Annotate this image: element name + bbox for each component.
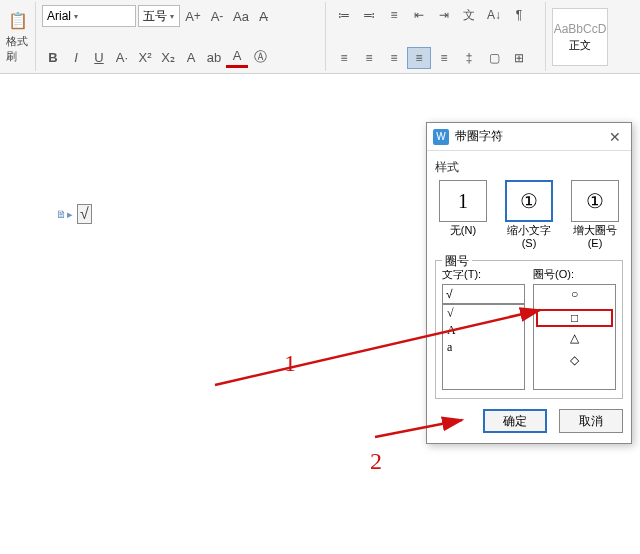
list-item[interactable]: a <box>443 339 524 356</box>
shape-triangle[interactable]: △ <box>534 331 615 349</box>
style-enlarge-label: 增大圈号(E) <box>567 224 623 250</box>
close-icon[interactable]: ✕ <box>605 129 625 145</box>
style-enlarge-preview: ① <box>571 180 619 222</box>
shading-icon[interactable]: ▢ <box>482 47 506 69</box>
chevron-down-icon: ▾ <box>170 12 174 21</box>
multilevel-icon[interactable]: ≡ <box>382 4 406 26</box>
decrease-indent-icon[interactable]: ⇤ <box>407 4 431 26</box>
align-center-icon[interactable]: ≡ <box>357 47 381 69</box>
font-name-select[interactable]: Arial▾ <box>42 5 136 27</box>
circle-section: 圈号 文字(T): √ A a 圈号(O): ○ □ △ <box>435 260 623 399</box>
text-effects-icon[interactable]: A <box>180 46 202 68</box>
strike-button[interactable]: A· <box>111 46 133 68</box>
format-painter-label: 格式刷 <box>6 34 29 64</box>
app-icon: W <box>433 129 449 145</box>
show-marks-icon[interactable]: ¶ <box>507 4 531 26</box>
numbering-icon[interactable]: ≕ <box>357 4 381 26</box>
circle-listbox[interactable]: ○ □ △ ◇ <box>533 284 616 390</box>
text-direction-icon[interactable]: 文 <box>457 4 481 26</box>
superscript-icon[interactable]: X² <box>134 46 156 68</box>
grow-font-icon[interactable]: A+ <box>182 5 204 27</box>
style-none-preview: 1 <box>439 180 487 222</box>
align-left-icon[interactable]: ≡ <box>332 47 356 69</box>
style-section-label: 样式 <box>435 159 623 176</box>
subscript-icon[interactable]: X₂ <box>157 46 179 68</box>
chevron-down-icon: ▾ <box>74 12 78 21</box>
inserted-character: √ <box>77 204 92 224</box>
dialog-titlebar[interactable]: W 带圈字符 ✕ <box>427 123 631 151</box>
text-listbox[interactable]: √ A a <box>442 304 525 390</box>
change-case-icon[interactable]: Aa <box>230 5 252 27</box>
italic-button[interactable]: I <box>65 46 87 68</box>
shape-circle[interactable]: ○ <box>534 287 615 305</box>
shape-square[interactable]: □ <box>536 309 613 327</box>
list-item[interactable]: A <box>443 322 524 339</box>
format-painter-icon: 📋 <box>8 10 28 32</box>
clear-format-icon[interactable]: A̶ <box>254 5 272 27</box>
shape-diamond[interactable]: ◇ <box>534 353 615 371</box>
ok-button[interactable]: 确定 <box>483 409 547 433</box>
enclose-dialog: W 带圈字符 ✕ 样式 1 无(N) ① 缩小文字(S) ① 增大圈号(E) 圈… <box>426 122 632 444</box>
borders-icon[interactable]: ⊞ <box>507 47 531 69</box>
bold-button[interactable]: B <box>42 46 64 68</box>
style-shrink[interactable]: ① 缩小文字(S) <box>501 180 557 250</box>
styles-group: AaBbCcD 正文 <box>546 2 614 71</box>
shrink-font-icon[interactable]: A- <box>206 5 228 27</box>
font-color-icon[interactable]: A <box>226 46 248 68</box>
style-sample-text: AaBbCcD <box>554 22 607 36</box>
style-shrink-preview: ① <box>505 180 553 222</box>
paragraph-group: ≔ ≕ ≡ ⇤ ⇥ 文 A↓ ¶ ≡ ≡ ≡ ≡ ≡ ‡ ▢ ⊞ <box>326 2 546 71</box>
format-painter-group[interactable]: 📋 格式刷 <box>0 2 36 71</box>
style-enlarge[interactable]: ① 增大圈号(E) <box>567 180 623 250</box>
underline-button[interactable]: U <box>88 46 110 68</box>
bullets-icon[interactable]: ≔ <box>332 4 356 26</box>
enclose-char-icon[interactable]: Ⓐ <box>249 46 271 68</box>
style-none-label: 无(N) <box>450 224 476 237</box>
dialog-title: 带圈字符 <box>455 128 605 145</box>
annotation-number-1: 1 <box>284 350 296 377</box>
text-input[interactable] <box>442 284 525 304</box>
style-none[interactable]: 1 无(N) <box>435 180 491 250</box>
circle-section-label: 圈号 <box>442 253 472 270</box>
sort-icon[interactable]: A↓ <box>482 4 506 26</box>
style-shrink-label: 缩小文字(S) <box>501 224 557 250</box>
style-label: 正文 <box>569 38 591 53</box>
font-size-select[interactable]: 五号▾ <box>138 5 180 27</box>
align-justify-icon[interactable]: ≡ <box>407 47 431 69</box>
highlight-icon[interactable]: ab <box>203 46 225 68</box>
page-break-icon: 🗎▸ <box>56 208 73 221</box>
annotation-number-2: 2 <box>370 448 382 475</box>
document-cursor: 🗎▸ √ <box>56 204 92 224</box>
increase-indent-icon[interactable]: ⇥ <box>432 4 456 26</box>
ribbon-toolbar: 📋 格式刷 Arial▾ 五号▾ A+ A- Aa A̶ B I U A· X²… <box>0 0 640 74</box>
line-spacing-icon[interactable]: ‡ <box>457 47 481 69</box>
cancel-button[interactable]: 取消 <box>559 409 623 433</box>
circle-column-label: 圈号(O): <box>533 267 616 282</box>
align-right-icon[interactable]: ≡ <box>382 47 406 69</box>
font-group: Arial▾ 五号▾ A+ A- Aa A̶ B I U A· X² X₂ A … <box>36 2 326 71</box>
style-normal[interactable]: AaBbCcD 正文 <box>552 8 608 66</box>
distribute-icon[interactable]: ≡ <box>432 47 456 69</box>
list-item[interactable]: √ <box>443 305 524 322</box>
